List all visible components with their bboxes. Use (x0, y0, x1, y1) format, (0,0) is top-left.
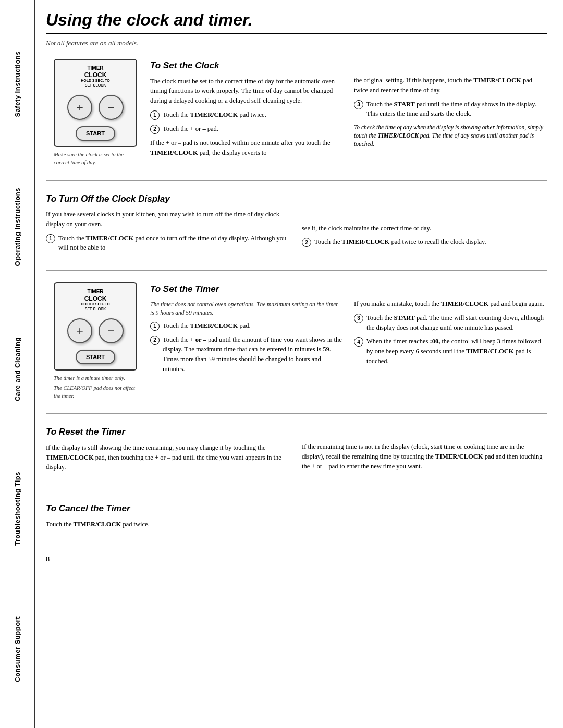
sidebar-item-operating: Operating Instructions (14, 183, 21, 270)
set-timer-step2-text: Touch the + or – pad until the amount of… (163, 335, 344, 374)
set-timer-step-num-4: 4 (354, 337, 363, 347)
sidebar-item-troubleshooting: Troubleshooting Tips (14, 467, 21, 550)
timer-caption2: The CLEAR/OFF pad does not affect the ti… (54, 385, 137, 400)
turn-off-left-col: To Turn Off the Clock Display If you hav… (46, 192, 291, 257)
set-clock-label-2: SET CLOCK (81, 307, 110, 311)
set-timer-step4-text: When the timer reaches :00, the control … (366, 337, 547, 366)
set-clock-section: TIMER CLOCK HOLD 3 SEC. TO SET CLOCK + −… (46, 54, 547, 181)
clock-label-2: CLOCK (81, 295, 110, 302)
set-clock-step3: 3 Touch the START pad until the time of … (354, 100, 547, 119)
timer-caption1: The timer is a minute timer only. (54, 375, 137, 382)
reset-timer-left-text: If the display is still showing the time… (46, 443, 291, 472)
reset-timer-heading: To Reset the Timer (46, 425, 291, 439)
turn-off-step1: 1 Touch the TIMER/CLOCK pad once to turn… (46, 233, 291, 253)
turn-off-intro: If you have several clocks in your kitch… (46, 209, 291, 229)
set-timer-content: To Set the Timer The timer does not cont… (150, 277, 547, 405)
reset-timer-content: To Reset the Timer If the display is sti… (46, 420, 547, 482)
set-timer-heading: To Set the Timer (150, 282, 344, 296)
set-clock-check-text: To check the time of day when the displa… (354, 123, 547, 148)
set-clock-revert-text: the original setting. If this happens, t… (354, 76, 547, 95)
page-title: Using the clock and timer. (46, 10, 547, 34)
set-clock-intro: The clock must be set to the correct tim… (150, 77, 344, 106)
reset-timer-section: To Reset the Timer If the display is sti… (46, 414, 547, 490)
set-timer-step-num-1: 1 (150, 322, 160, 331)
timer-control-panel: TIMER CLOCK HOLD 3 SEC. TO SET CLOCK + −… (54, 282, 137, 371)
cancel-timer-col: To Cancel the Timer Touch the TIMER/CLOC… (46, 502, 291, 533)
start-button[interactable]: START (76, 126, 115, 141)
step1-text: Touch the TIMER/CLOCK pad twice. (163, 110, 266, 120)
hold-label: HOLD 3 SEC. TO (81, 79, 110, 83)
turn-off-step2: 2 Touch the TIMER/CLOCK pad twice to rec… (302, 237, 547, 247)
set-timer-right-col: If you make a mistake, touch the TIMER/C… (354, 282, 547, 400)
set-clock-heading: To Set the Clock (150, 59, 344, 72)
cancel-timer-section: To Cancel the Timer Touch the TIMER/CLOC… (46, 490, 547, 547)
timer-plus-button[interactable]: + (67, 318, 92, 343)
turn-off-clock-section: To Turn Off the Clock Display If you hav… (46, 181, 547, 272)
set-timer-mistake-text: If you make a mistake, touch the TIMER/C… (354, 299, 547, 309)
set-timer-step1: 1 Touch the TIMER/CLOCK pad. (150, 321, 344, 331)
turn-off-step2-text: Touch the TIMER/CLOCK pad twice to recal… (314, 237, 486, 247)
set-timer-step3: 3 Touch the START pad. The time will sta… (354, 313, 547, 333)
set-timer-left-col: To Set the Timer The timer does not cont… (150, 282, 344, 400)
sidebar-item-safety: Safety Instructions (14, 47, 21, 121)
turn-off-step-num-1: 1 (46, 234, 55, 243)
clock-label: CLOCK (81, 71, 110, 79)
timer-plus-minus-buttons: + − (67, 318, 124, 343)
timer-label-2: TIMER (81, 289, 110, 295)
set-clock-left-col: To Set the Clock The clock must be set t… (150, 59, 344, 167)
page-subtitle: Not all features are on all models. (46, 39, 547, 47)
sidebar: Safety Instructions Operating Instructio… (0, 0, 35, 728)
turn-off-step-num-2: 2 (302, 238, 311, 247)
cancel-timer-empty-col (302, 502, 547, 533)
set-timer-step2: 2 Touch the + or – pad until the amount … (150, 335, 344, 374)
clock-illustration-panel: TIMER CLOCK HOLD 3 SEC. TO SET CLOCK + −… (46, 54, 150, 172)
set-clock-step2: 2 Touch the + or – pad. (150, 124, 344, 134)
set-clock-content: To Set the Clock The clock must be set t… (150, 54, 547, 172)
plus-button[interactable]: + (67, 95, 92, 120)
timer-label: TIMER (81, 65, 110, 71)
minus-button[interactable]: − (99, 95, 124, 120)
step-num-1: 1 (150, 110, 160, 120)
set-clock-step1: 1 Touch the TIMER/CLOCK pad twice. (150, 110, 344, 120)
cancel-timer-text: Touch the TIMER/CLOCK pad twice. (46, 520, 291, 529)
turn-off-clock-content: To Turn Off the Clock Display If you hav… (46, 187, 547, 263)
sidebar-item-consumer: Consumer Support (14, 612, 21, 686)
clock-caption: Make sure the clock is set to the correc… (54, 151, 137, 166)
turn-off-see-text: see it, the clock maintains the correct … (302, 224, 547, 233)
turn-off-heading: To Turn Off the Clock Display (46, 192, 291, 206)
set-timer-step3-text: Touch the START pad. The time will start… (366, 313, 547, 333)
timer-start-button[interactable]: START (76, 350, 115, 364)
set-timer-step-num-3: 3 (354, 314, 363, 323)
set-timer-note: The timer does not control oven operatio… (150, 300, 344, 317)
reset-timer-right-text: If the remaining time is not in the disp… (302, 442, 547, 471)
timer-panel-label: TIMER CLOCK HOLD 3 SEC. TO SET CLOCK (81, 289, 110, 311)
step2-text: Touch the + or – pad. (163, 124, 218, 134)
timer-illustration-panel: TIMER CLOCK HOLD 3 SEC. TO SET CLOCK + −… (46, 277, 150, 405)
cancel-timer-content: To Cancel the Timer Touch the TIMER/CLOC… (46, 497, 547, 538)
set-timer-step1-text: Touch the TIMER/CLOCK pad. (163, 321, 251, 331)
timer-minus-button[interactable]: − (99, 318, 124, 343)
step3-text: Touch the START pad until the time of da… (366, 100, 547, 119)
reset-timer-left-col: To Reset the Timer If the display is sti… (46, 425, 291, 476)
main-content: Using the clock and timer. Not all featu… (35, 0, 563, 728)
set-timer-step-num-2: 2 (150, 336, 160, 345)
set-timer-section: TIMER CLOCK HOLD 3 SEC. TO SET CLOCK + −… (46, 271, 547, 414)
sidebar-labels: Safety Instructions Operating Instructio… (0, 5, 34, 728)
set-timer-step4: 4 When the timer reaches :00, the contro… (354, 337, 547, 366)
page-number: 8 (46, 555, 547, 563)
set-clock-label: SET CLOCK (81, 83, 110, 88)
step-num-3: 3 (354, 100, 363, 109)
reset-timer-right-col: If the remaining time is not in the disp… (302, 425, 547, 476)
cancel-timer-heading: To Cancel the Timer (46, 502, 291, 515)
step-num-2: 2 (150, 125, 160, 134)
sidebar-item-care: Care and Cleaning (14, 333, 21, 405)
set-clock-if-text: If the + or – pad is not touched within … (150, 138, 344, 158)
panel-label: TIMER CLOCK HOLD 3 SEC. TO SET CLOCK (81, 65, 110, 88)
hold-label-2: HOLD 3 SEC. TO (81, 302, 110, 306)
turn-off-right-col: see it, the clock maintains the correct … (302, 192, 547, 257)
plus-minus-buttons: + − (67, 95, 124, 120)
set-clock-right-col: the original setting. If this happens, t… (354, 59, 547, 167)
turn-off-step1-text: Touch the TIMER/CLOCK pad once to turn o… (58, 233, 291, 253)
oven-control-panel: TIMER CLOCK HOLD 3 SEC. TO SET CLOCK + −… (54, 59, 137, 147)
